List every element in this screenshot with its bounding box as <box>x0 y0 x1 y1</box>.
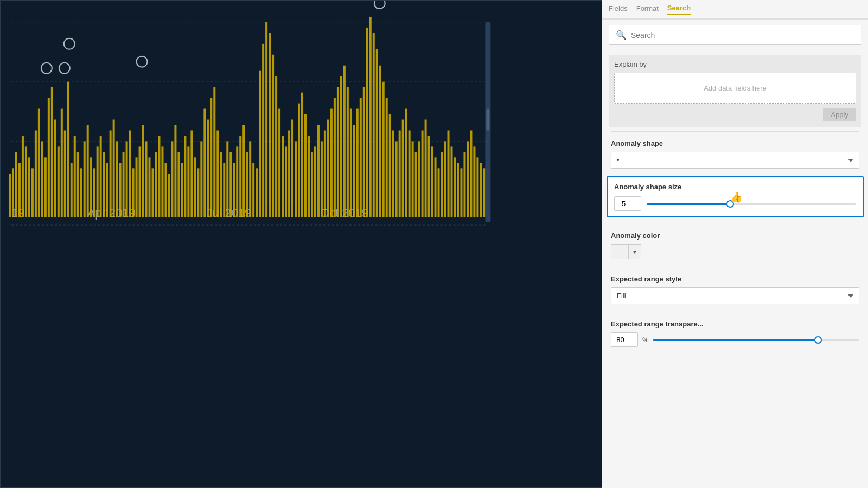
svg-rect-120 <box>366 28 368 217</box>
tab-format[interactable]: Format <box>636 4 659 15</box>
svg-rect-0 <box>1 1 602 487</box>
svg-rect-24 <box>54 120 56 217</box>
svg-rect-20 <box>41 141 43 217</box>
anomaly-shape-size-input[interactable] <box>614 196 641 211</box>
svg-rect-43 <box>116 141 118 217</box>
chart-svg: 19 Apr 2019 Jul 2019 Oct 2019 <box>1 1 602 487</box>
svg-rect-153 <box>473 146 475 217</box>
svg-rect-21 <box>44 157 47 217</box>
svg-rect-121 <box>369 17 372 217</box>
svg-rect-116 <box>353 125 355 217</box>
svg-rect-137 <box>422 130 424 217</box>
svg-rect-99 <box>298 104 300 217</box>
svg-rect-65 <box>187 146 189 217</box>
svg-rect-150 <box>463 152 465 217</box>
anomaly-shape-select[interactable]: • ▲ ■ ★ <box>611 152 859 169</box>
svg-rect-88 <box>262 44 264 217</box>
svg-rect-80 <box>236 146 238 217</box>
svg-rect-36 <box>93 168 95 217</box>
anomaly-color-swatch[interactable] <box>611 244 628 259</box>
svg-rect-107 <box>324 130 326 217</box>
svg-rect-26 <box>61 109 63 217</box>
svg-rect-89 <box>265 22 267 217</box>
anomaly-color-picker-row[interactable]: ▼ <box>611 244 859 259</box>
anomaly-shape-section: Anomaly shape • ▲ ■ ★ <box>602 132 868 176</box>
anomaly-shape-size-section[interactable]: Anomaly shape size 👍 <box>607 176 864 217</box>
svg-rect-30 <box>74 136 76 217</box>
svg-rect-149 <box>460 168 462 217</box>
data-fields-drop-zone[interactable]: Add data fields here <box>614 73 856 104</box>
anomaly-shape-size-slider-thumb[interactable]: 👍 <box>726 200 734 208</box>
svg-rect-139 <box>428 136 430 217</box>
svg-rect-39 <box>103 152 105 217</box>
svg-rect-126 <box>386 98 388 217</box>
svg-rect-29 <box>71 163 73 217</box>
svg-rect-124 <box>379 66 381 217</box>
svg-rect-151 <box>467 141 469 217</box>
svg-rect-15 <box>25 146 27 217</box>
anomaly-color-label: Anomaly color <box>611 232 859 240</box>
svg-rect-82 <box>242 125 245 217</box>
svg-rect-79 <box>233 163 235 217</box>
svg-rect-28 <box>67 82 69 217</box>
transparency-control-row[interactable]: % <box>611 332 859 347</box>
expected-range-style-section: Expected range style Fill Line Dashed <box>602 267 868 312</box>
svg-rect-103 <box>311 152 313 217</box>
svg-rect-23 <box>51 87 53 217</box>
transparency-slider-thumb[interactable] <box>814 336 822 344</box>
transparency-slider-track[interactable] <box>653 339 859 341</box>
svg-rect-16 <box>28 157 30 217</box>
svg-rect-145 <box>448 130 450 217</box>
svg-rect-37 <box>97 146 99 217</box>
tab-fields[interactable]: Fields <box>609 4 628 15</box>
svg-rect-67 <box>194 157 196 217</box>
svg-rect-83 <box>246 152 248 217</box>
svg-rect-69 <box>200 141 202 217</box>
svg-rect-27 <box>64 130 66 217</box>
svg-rect-18 <box>35 130 37 217</box>
svg-rect-10 <box>9 174 11 217</box>
svg-rect-63 <box>181 163 183 217</box>
svg-rect-48 <box>132 168 135 217</box>
svg-rect-156 <box>483 168 485 217</box>
svg-rect-109 <box>330 109 333 217</box>
chart-area: 19 Apr 2019 Jul 2019 Oct 2019 <box>0 0 602 488</box>
svg-rect-87 <box>259 71 261 217</box>
svg-rect-42 <box>113 120 115 217</box>
svg-rect-49 <box>136 157 138 217</box>
anomaly-shape-size-slider-track[interactable]: 👍 <box>647 203 856 205</box>
svg-rect-143 <box>441 152 443 217</box>
anomaly-shape-size-label: Anomaly shape size <box>614 183 856 191</box>
svg-rect-111 <box>337 87 339 217</box>
search-input[interactable] <box>631 31 854 40</box>
transparency-value-input[interactable] <box>611 332 638 347</box>
svg-rect-130 <box>399 130 401 217</box>
expected-range-style-select[interactable]: Fill Line Dashed <box>611 287 859 304</box>
svg-rect-50 <box>139 146 141 217</box>
tab-search[interactable]: Search <box>667 4 691 15</box>
search-bar[interactable]: 🔍 <box>609 25 861 45</box>
svg-rect-58 <box>164 163 167 217</box>
svg-rect-11 <box>12 168 14 217</box>
svg-rect-106 <box>321 141 323 217</box>
svg-rect-91 <box>272 55 274 217</box>
svg-rect-38 <box>100 136 102 217</box>
svg-rect-141 <box>435 157 437 217</box>
svg-rect-142 <box>438 168 440 217</box>
svg-rect-148 <box>457 163 459 217</box>
anomaly-color-dropdown-btn[interactable]: ▼ <box>628 244 641 259</box>
svg-rect-97 <box>291 120 293 217</box>
svg-rect-13 <box>18 163 21 217</box>
anomaly-shape-size-control[interactable]: 👍 <box>614 196 856 211</box>
svg-rect-147 <box>454 157 456 217</box>
svg-rect-68 <box>197 168 199 217</box>
svg-rect-115 <box>350 109 352 217</box>
svg-rect-19 <box>38 109 40 217</box>
svg-rect-81 <box>239 136 241 217</box>
svg-rect-76 <box>223 163 225 217</box>
svg-rect-57 <box>161 146 163 217</box>
svg-rect-70 <box>203 109 206 217</box>
svg-rect-51 <box>142 125 144 217</box>
transparency-slider-fill <box>653 339 818 341</box>
apply-button[interactable]: Apply <box>823 108 856 121</box>
